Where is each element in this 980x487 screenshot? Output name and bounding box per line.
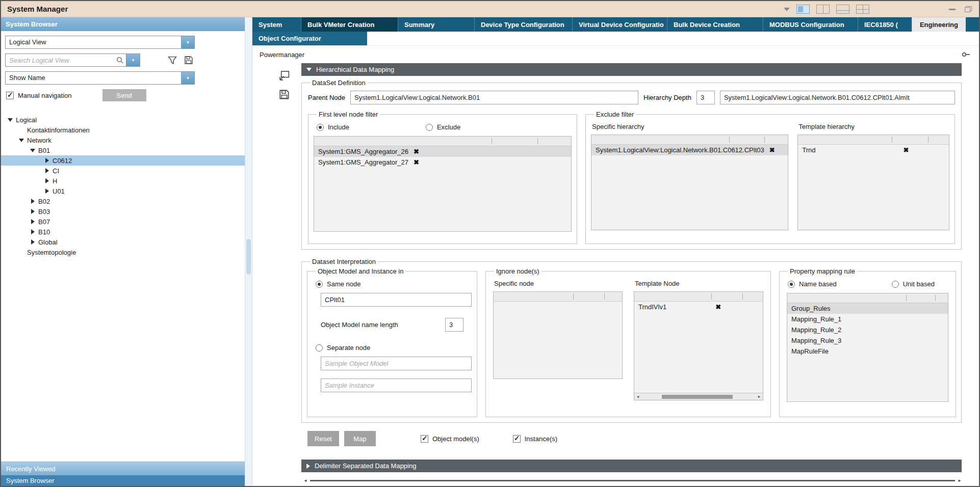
unit-based-radio-item[interactable]: Unit based: [892, 280, 935, 288]
collapse-arrow-icon[interactable]: [31, 219, 35, 224]
collapse-arrow-icon[interactable]: [45, 158, 49, 163]
tree-item-network[interactable]: Network: [1, 135, 245, 145]
list-item[interactable]: System1.LogicalView:Logical.Network.B01.…: [591, 145, 788, 155]
same-node-radio-item[interactable]: Same node: [316, 280, 472, 288]
list-item[interactable]: Group_Rules: [787, 303, 948, 314]
separate-node-radio-item[interactable]: Separate node: [316, 344, 472, 351]
name-based-radio[interactable]: [788, 281, 795, 288]
parent-node-input[interactable]: [350, 91, 638, 104]
list-item[interactable]: Mapping_Rule_2: [787, 324, 948, 335]
include-radio-item[interactable]: Include: [317, 123, 349, 131]
tree-item-c0612[interactable]: C0612: [1, 155, 245, 166]
template-hierarchy-list[interactable]: Trnd ✖: [797, 134, 949, 230]
hierarchy-node-input[interactable]: [720, 91, 955, 104]
list-item[interactable]: Mapping_Rule_3: [787, 335, 948, 346]
scrollbar-thumb[interactable]: [310, 480, 955, 481]
list-item[interactable]: TrndIVlv1 ✖: [634, 302, 763, 312]
horizontal-scrollbar[interactable]: ◄ ►: [634, 393, 763, 400]
scroll-right-arrow-icon[interactable]: ►: [757, 395, 762, 398]
tab-summary[interactable]: Summary: [398, 17, 474, 32]
minimize-button[interactable]: [949, 9, 956, 10]
collapse-arrow-icon[interactable]: [45, 188, 49, 194]
manual-navigation-checkbox[interactable]: [6, 92, 14, 99]
exclude-radio-item[interactable]: Exclude: [426, 123, 460, 131]
tab-device-type-configuration[interactable]: Device Type Configuration: [474, 17, 572, 32]
remove-icon[interactable]: ✖: [769, 146, 775, 154]
tab-iec61850[interactable]: IEC61850 (: [858, 17, 901, 32]
collapse-arrow-icon[interactable]: [45, 168, 49, 173]
recently-viewed-bar[interactable]: Recently Viewed: [1, 462, 245, 475]
tab-virtual-device-configuration[interactable]: Virtual Device Configuratio: [572, 17, 667, 32]
layout-two-pane-icon[interactable]: [796, 5, 810, 14]
sample-instance-input[interactable]: [321, 378, 472, 392]
tree-item-b02[interactable]: B02: [1, 196, 245, 206]
layout-split-vertical-icon[interactable]: [816, 5, 830, 14]
search-icon[interactable]: [116, 57, 123, 64]
hierarchical-data-mapping-header[interactable]: Hierarchical Data Mapping: [301, 63, 962, 76]
tree-item-b01[interactable]: B01: [1, 145, 245, 155]
expand-arrow-icon[interactable]: [30, 149, 35, 152]
layout-bottom-pane-icon[interactable]: [836, 5, 849, 14]
view-dropdown[interactable]: Logical View ▼: [5, 36, 195, 49]
reset-button[interactable]: Reset: [307, 431, 339, 446]
tree-item-u01[interactable]: U01: [1, 186, 245, 196]
template-node-list[interactable]: TrndIVlv1 ✖ ◄ ►: [634, 291, 763, 400]
collapse-section-icon[interactable]: [306, 68, 312, 71]
tree-item-global[interactable]: Global: [1, 237, 245, 247]
splitter-thumb[interactable]: [246, 239, 251, 275]
list-item[interactable]: System1:GMS_Aggregator_27 ✖: [314, 157, 571, 168]
remove-icon[interactable]: ✖: [414, 158, 419, 166]
tree-item-systemtopologie[interactable]: Systemtopologie: [1, 247, 245, 257]
sidebar-splitter[interactable]: [245, 17, 252, 486]
save-search-icon[interactable]: [184, 56, 193, 65]
name-based-radio-item[interactable]: Name based: [788, 280, 837, 288]
object-models-checkbox[interactable]: [421, 435, 428, 443]
collapse-arrow-icon[interactable]: [45, 178, 49, 183]
tab-modbus-configuration[interactable]: MODBUS Configuration: [763, 17, 858, 32]
collapse-arrow-icon[interactable]: [31, 209, 35, 214]
tab-system[interactable]: System: [252, 17, 301, 32]
exclude-radio[interactable]: [426, 124, 433, 131]
tree-item-kontaktinformationen[interactable]: Kontaktinformationen: [1, 125, 245, 135]
specific-node-list[interactable]: [493, 291, 623, 379]
name-length-input[interactable]: [445, 318, 463, 332]
specific-hierarchy-list[interactable]: System1.LogicalView:Logical.Network.B01.…: [591, 134, 788, 230]
dropdown-arrow-icon[interactable]: ▼: [181, 36, 194, 48]
tree-item-b03[interactable]: B03: [1, 206, 245, 217]
same-node-radio[interactable]: [316, 281, 323, 288]
restore-button[interactable]: [965, 6, 972, 12]
first-level-filter-list[interactable]: System1:GMS_Aggregator_26 ✖ System1:GMS_…: [314, 136, 572, 232]
instances-checkbox[interactable]: [513, 435, 521, 443]
pin-icon[interactable]: [962, 51, 971, 60]
scrollbar-thumb[interactable]: [662, 395, 733, 399]
expand-arrow-icon[interactable]: [8, 118, 13, 122]
collapse-arrow-icon[interactable]: [31, 239, 35, 245]
collapse-arrow-icon[interactable]: [31, 199, 35, 204]
scroll-right-arrow-icon[interactable]: ►: [958, 478, 962, 483]
tree-item-b10[interactable]: B10: [1, 227, 245, 237]
tree-item-b07[interactable]: B07: [1, 217, 245, 227]
mapping-rules-list[interactable]: Group_Rules Mapping_Rule_1 Mapping_Rule_…: [787, 293, 948, 402]
delimiter-data-mapping-header[interactable]: Delimiter Separated Data Mapping: [301, 459, 962, 472]
chevron-down-icon[interactable]: [784, 8, 790, 11]
tab-engineering[interactable]: Engineering: [912, 17, 966, 32]
expand-section-icon[interactable]: [306, 464, 310, 469]
hierarchy-depth-input[interactable]: [697, 91, 715, 104]
include-radio[interactable]: [317, 124, 324, 131]
sample-object-model-input[interactable]: [321, 357, 472, 370]
list-item[interactable]: Mapping_Rule_1: [787, 314, 948, 324]
tab-bulk-vmeter-creation[interactable]: Bulk VMeter Creation: [301, 17, 398, 32]
list-item[interactable]: Trnd ✖: [798, 145, 949, 155]
search-input[interactable]: [6, 55, 116, 66]
tree-item-ci[interactable]: CI: [1, 166, 245, 176]
tab-object-configurator[interactable]: Object Configurator: [252, 32, 367, 45]
unit-based-radio[interactable]: [892, 281, 899, 288]
display-mode-dropdown[interactable]: Show Name ▼: [5, 71, 195, 85]
scroll-left-arrow-icon[interactable]: ◄: [635, 395, 640, 398]
collapse-arrow-icon[interactable]: [31, 229, 35, 234]
layout-quad-pane-icon[interactable]: [856, 5, 869, 14]
save-icon[interactable]: [267, 89, 301, 100]
send-button[interactable]: Send: [102, 89, 146, 101]
filter-funnel-icon[interactable]: [168, 56, 177, 65]
import-icon[interactable]: [267, 70, 301, 81]
